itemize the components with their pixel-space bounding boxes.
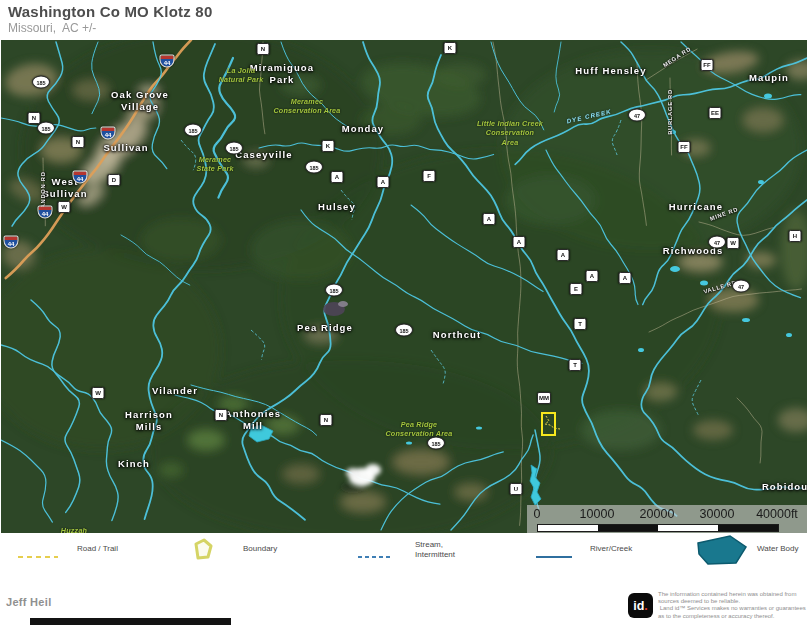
scale-segment [658,525,718,531]
water-body-icon [694,535,748,569]
road-trail-icon [16,546,60,564]
header: Washington Co MO Klotz 80 Missouri, AC +… [8,3,212,35]
disclaimer-line: as to the completeness or accuracy there… [658,613,808,620]
land-id-logo: id. [628,593,653,618]
map-title: Washington Co MO Klotz 80 [8,3,212,20]
scale-segment [598,525,658,531]
river-creek-icon [534,546,574,564]
disclaimer-line: The information contained herein was obt… [658,591,808,598]
scale-segment [718,525,778,531]
disclaimer-line: sources deemed to be reliable. [658,598,808,605]
satellite-imagery [1,40,807,533]
legend-label: Water Body [757,544,799,554]
legend-label: Stream, Intermittent [415,540,455,559]
credit-block: id. The information contained herein was… [628,591,808,620]
scale-tick-label: 10000 [580,507,615,521]
boundary-icon [191,537,215,565]
stream-intermittent-icon [356,546,394,564]
legend: Road / TrailBoundaryStream, Intermittent… [0,533,808,578]
map-export-page: Washington Co MO Klotz 80 Missouri, AC +… [0,0,808,625]
scale-tick-label: 40000ft [756,507,798,521]
legend-label: Road / Trail [77,544,118,554]
scale-bar-segments [537,524,779,532]
scale-tick-label: 30000 [700,507,735,521]
bottom-black-bar [30,618,231,625]
legend-label: River/Creek [590,544,632,554]
logo-text: id [633,599,644,613]
legend-label: Boundary [243,544,277,554]
map-subtitle: Missouri, AC +/- [8,21,212,35]
disclaimer: The information contained herein was obt… [658,591,808,620]
scale-bar: 010000200003000040000ft [527,505,807,533]
scale-segment [538,525,598,531]
scale-tick-label: 20000 [640,507,675,521]
scale-tick-label: 0 [534,507,541,521]
logo-dot: . [644,599,647,613]
map-canvas[interactable]: Oak Grove VillageSullivanWest SullivanMi… [1,40,807,533]
disclaimer-line: Land id™ Services makes no warranties or… [658,605,808,612]
author-name: Jeff Heil [6,596,52,608]
